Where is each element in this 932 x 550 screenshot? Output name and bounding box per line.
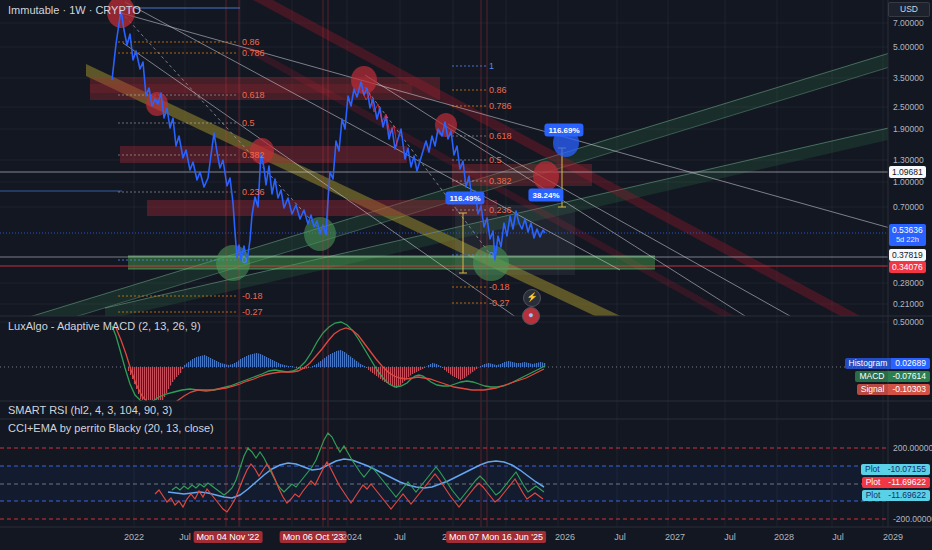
demand-zone-green[interactable] (128, 256, 655, 269)
tradingview-chart-window: Immutable · 1W · CRYPTO LuxAlgo - Adapti… (0, 0, 932, 550)
chart-canvas[interactable] (0, 0, 932, 550)
macd-series (112, 322, 545, 410)
